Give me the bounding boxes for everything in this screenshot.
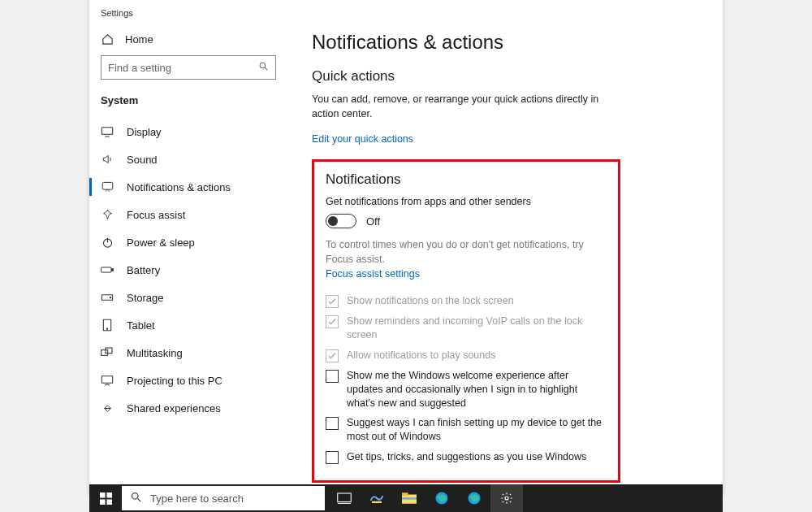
- svg-rect-13: [102, 350, 108, 356]
- sidebar-item-label: Shared experiences: [127, 402, 221, 414]
- sidebar-home-label: Home: [125, 33, 153, 46]
- taskbar-search-placeholder: Type here to search: [150, 492, 244, 505]
- notifications-toggle-row: Off: [326, 214, 607, 228]
- svg-point-21: [132, 493, 139, 500]
- taskbar-file-explorer[interactable]: [393, 484, 425, 512]
- sidebar-item-label: Multitasking: [127, 347, 183, 359]
- notifications-heading: Notifications: [326, 171, 607, 188]
- sidebar-item-battery[interactable]: Battery: [89, 256, 287, 284]
- svg-line-1: [265, 67, 267, 70]
- svg-rect-25: [372, 501, 382, 503]
- svg-rect-28: [402, 497, 417, 499]
- shared-icon: [101, 401, 114, 414]
- sidebar-nav: Display Sound Notifications & actions: [89, 118, 287, 422]
- svg-rect-18: [106, 492, 112, 498]
- checkbox-label: Get tips, tricks, and suggestions as you…: [347, 450, 586, 464]
- sidebar-item-label: Storage: [127, 292, 164, 304]
- search-icon: [258, 61, 269, 74]
- checkbox-icon: [326, 417, 339, 430]
- checkbox-label: Show reminders and incoming VoIP calls o…: [347, 315, 607, 342]
- checkbox-icon: [326, 315, 339, 328]
- svg-rect-8: [112, 269, 114, 271]
- main-panel: Notifications & actions Quick actions Yo…: [287, 21, 723, 496]
- svg-point-31: [505, 497, 508, 500]
- sidebar-item-multitasking[interactable]: Multitasking: [89, 339, 287, 367]
- svg-rect-4: [102, 182, 113, 189]
- quick-actions-heading: Quick actions: [312, 68, 698, 85]
- checkbox-label: Allow notifications to play sounds: [347, 349, 495, 362]
- sidebar-item-power-sleep[interactable]: Power & sleep: [89, 228, 287, 256]
- start-button[interactable]: [89, 484, 122, 512]
- sidebar: Home Find a setting System Display: [89, 21, 287, 496]
- settings-window: Settings Home Find a setting System: [89, 0, 723, 496]
- battery-icon: [101, 263, 114, 276]
- search-placeholder: Find a setting: [108, 62, 171, 74]
- display-icon: [101, 125, 114, 138]
- notifications-highlight: Notifications Get notifications from app…: [312, 159, 620, 483]
- svg-point-0: [260, 63, 266, 68]
- toggle-state-label: Off: [366, 215, 380, 228]
- svg-rect-19: [100, 499, 106, 505]
- sidebar-item-label: Power & sleep: [127, 236, 195, 249]
- svg-rect-27: [402, 492, 408, 496]
- checkbox-tips-tricks[interactable]: Get tips, tricks, and suggestions as you…: [326, 450, 607, 464]
- search-icon: [130, 491, 142, 505]
- checkbox-play-sounds: Allow notifications to play sounds: [326, 349, 607, 362]
- sidebar-item-label: Sound: [127, 154, 158, 166]
- page-title: Notifications & actions: [312, 31, 698, 54]
- sidebar-item-tablet[interactable]: Tablet: [89, 311, 287, 339]
- taskbar-running-apps: [328, 484, 523, 512]
- checkbox-finish-setup[interactable]: Suggest ways I can finish setting up my …: [326, 416, 607, 444]
- edit-quick-actions-link[interactable]: Edit your quick actions: [312, 133, 413, 145]
- windows-icon: [100, 492, 112, 505]
- gear-icon: [500, 492, 513, 505]
- sidebar-item-label: Tablet: [127, 319, 155, 332]
- checkbox-lock-screen-notif: Show notifications on the lock screen: [326, 294, 607, 308]
- sidebar-item-projecting[interactable]: Projecting to this PC: [89, 367, 287, 394]
- taskbar-edge-1[interactable]: [425, 484, 458, 512]
- quick-actions-desc: You can add, remove, or rearrange your q…: [312, 93, 604, 121]
- svg-point-10: [110, 297, 110, 297]
- sidebar-item-storage[interactable]: Storage: [89, 284, 287, 311]
- taskbar-search[interactable]: Type here to search: [122, 486, 325, 510]
- sidebar-item-notifications[interactable]: Notifications & actions: [89, 173, 287, 201]
- sidebar-item-label: Notifications & actions: [127, 181, 231, 193]
- checkbox-icon: [326, 370, 339, 383]
- multitasking-icon: [101, 346, 114, 359]
- sidebar-item-focus-assist[interactable]: Focus assist: [89, 201, 287, 228]
- svg-line-22: [137, 498, 140, 501]
- focus-assist-link[interactable]: Focus assist settings: [326, 268, 420, 280]
- sidebar-home[interactable]: Home: [89, 28, 287, 55]
- get-notifications-label: Get notifications from apps and other se…: [326, 196, 607, 207]
- svg-rect-15: [102, 376, 112, 384]
- sidebar-item-shared-experiences[interactable]: Shared experiences: [89, 394, 287, 422]
- taskbar-edge-2[interactable]: [458, 484, 490, 512]
- svg-rect-23: [338, 493, 352, 502]
- taskbar-task-view[interactable]: [328, 484, 361, 512]
- checkbox-lock-screen-reminders: Show reminders and incoming VoIP calls o…: [326, 315, 607, 342]
- checkbox-welcome-experience[interactable]: Show me the Windows welcome experience a…: [326, 369, 607, 410]
- window-title: Settings: [89, 0, 723, 21]
- sidebar-item-label: Battery: [127, 264, 160, 276]
- notifications-toggle[interactable]: [326, 214, 356, 228]
- taskbar-app-1[interactable]: [361, 484, 393, 512]
- sidebar-item-label: Focus assist: [127, 209, 185, 221]
- svg-rect-7: [102, 267, 111, 272]
- taskbar-settings[interactable]: [490, 484, 523, 512]
- checkbox-label: Suggest ways I can finish setting up my …: [347, 416, 607, 444]
- sidebar-item-label: Display: [127, 126, 162, 138]
- checkbox-icon: [326, 295, 339, 308]
- svg-point-12: [106, 328, 107, 329]
- svg-rect-2: [102, 128, 112, 135]
- svg-rect-17: [100, 492, 106, 498]
- projecting-icon: [101, 374, 114, 387]
- sidebar-item-display[interactable]: Display: [89, 118, 287, 145]
- storage-icon: [101, 291, 114, 304]
- power-icon: [101, 236, 114, 249]
- checkbox-label: Show me the Windows welcome experience a…: [347, 369, 607, 410]
- sidebar-section-title: System: [89, 89, 287, 115]
- focus-assist-desc: To control times when you do or don't ge…: [326, 238, 607, 267]
- search-input[interactable]: Find a setting: [101, 55, 276, 80]
- sidebar-item-sound[interactable]: Sound: [89, 145, 287, 173]
- focus-assist-icon: [101, 208, 114, 221]
